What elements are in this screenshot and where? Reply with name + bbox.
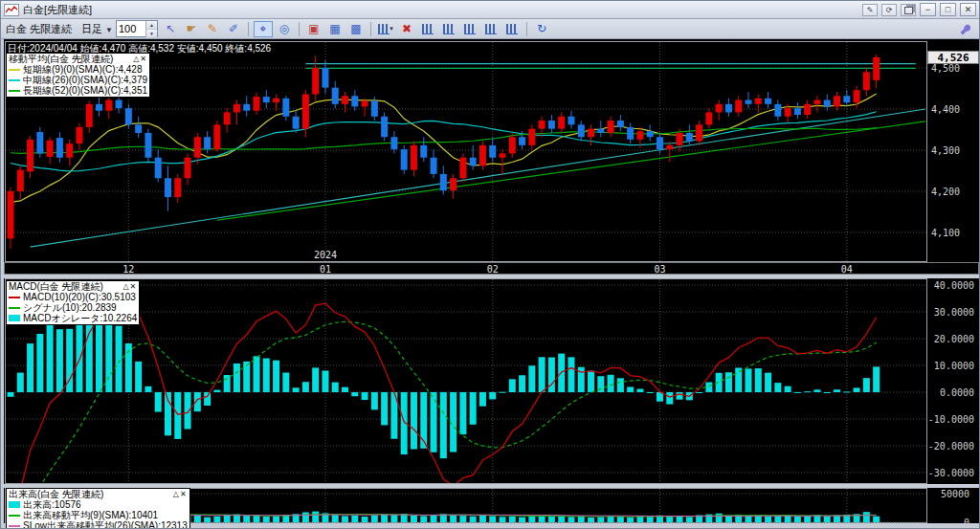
volume-legend: 出来高(白金 先限連続) △✕ 出来高:10576出来高移動平均(9)(SMA)… [6,488,190,529]
indicator-bars-3-icon [464,24,476,34]
legend-collapse-close-buttons[interactable]: △✕ [133,54,147,64]
toolbar: 白金 先限連続 日足 ▼ ▲ ▼ ↖☛✎✐⌖◎▣▦▩▾✖↻ [1,19,979,39]
tool-hand-pan[interactable]: ☛ [182,21,201,37]
svg-text:01: 01 [320,264,331,275]
legend-row: 出来高移動平均(9)(SMA):10401 [9,510,188,520]
svg-text:4,400: 4,400 [931,104,960,115]
tool-grid-settings[interactable]: ▩ [346,21,366,37]
legend-text: MACDオシレータ:10.2264 [23,313,137,323]
legend-text: SLow出来高移動平均(26)(SMA):12313 [23,520,188,529]
legend-swatch [9,525,20,527]
window-chart-icon [4,4,19,16]
legend-text: 出来高:10576 [23,499,81,510]
tool-select-cursor[interactable]: ↖ [161,21,180,37]
tool-marker-draw[interactable]: ✐ [224,21,243,37]
close-button[interactable]: ✕ [960,3,976,16]
legend-row: 短期線(9)(0)(SMA)(C):4,428 [9,64,147,75]
legend-swatch [9,307,20,309]
svg-text:-30.0000: -30.0000 [928,468,974,478]
tool-remove-indicator[interactable]: ✖ [397,21,416,37]
legend-swatch [9,69,20,71]
legend-swatch [9,515,20,517]
tool-new-chart-window[interactable]: ▣ [304,21,323,37]
tool-chart-type[interactable]: ▾ [376,21,395,37]
tool-indicator-bars-5[interactable] [502,21,522,37]
tool-indicator-bars-1[interactable] [418,21,437,37]
tool-indicator-bars-3[interactable] [460,21,479,37]
legend-text: MACD(10)(20)(C):30.5103 [23,292,136,302]
legend-row: 出来高:10576 [9,499,188,510]
chevron-down-icon: ▼ [105,26,113,34]
svg-text:50000: 50000 [941,489,969,499]
legend-swatch [9,501,20,508]
spin-up-icon[interactable]: ▲ [146,21,157,30]
chart-application-window: 4,5004,4004,3004,2004,100120102030420244… [0,0,980,529]
svg-text:12: 12 [122,264,134,275]
svg-text:0.0000: 0.0000 [940,387,974,398]
refresh-layout-icon[interactable]: ⟳ [881,4,897,16]
macd-legend-title: MACD(白金 先限連続) [9,281,117,292]
macd-legend: MACD(白金 先限連続) △✕ MACD(10)(20)(C):30.5103… [6,280,140,325]
indicator-bars-4-icon [485,24,497,34]
indicator-bars-1-icon [422,24,434,34]
legend-text: シグナル(10):20.2839 [23,302,117,313]
tool-crosshair-select[interactable]: ⌖ [254,21,273,37]
series-type-label: 先限連続 [30,22,72,36]
spin-down-icon[interactable]: ▼ [146,30,157,37]
legend-text: 短期線(9)(0)(SMA)(C):4,428 [23,64,142,75]
legend-text: 中期線(26)(0)(SMA)(C):4,379 [23,75,147,85]
svg-text:04: 04 [841,264,853,275]
svg-text:03: 03 [654,264,665,275]
tool-indicator-bars-4[interactable] [481,21,501,37]
indicator-bars-5-icon [506,24,518,34]
tool-zoom-compass[interactable]: ◎ [275,21,294,37]
legend-collapse-close-buttons[interactable]: △✕ [173,489,188,499]
svg-text:20.0000: 20.0000 [934,334,974,344]
svg-text:02: 02 [487,264,499,275]
last-price-marker: 4,526 [927,51,979,64]
svg-text:4,300: 4,300 [931,145,960,156]
timeframe-select[interactable]: 日足 ▼ [81,22,113,36]
tool-refresh[interactable]: ↻ [532,21,551,37]
tool-data-table[interactable]: ▦ [325,21,345,37]
legend-row: 長期線(52)(0)(SMA)(C):4,351 [9,85,147,96]
legend-row: 中期線(26)(0)(SMA)(C):4,379 [9,75,147,85]
ma-legend-title: 移動平均(白金 先限連続) [9,54,127,64]
svg-text:-20.0000: -20.0000 [928,441,974,452]
bar-count-input[interactable] [117,23,145,34]
wrench-settings-icon[interactable] [958,23,970,35]
tool-indicator-bars-2[interactable] [439,21,458,37]
legend-row: シグナル(10):20.2839 [9,302,137,313]
legend-row: SLow出来高移動平均(26)(SMA):12313 [9,520,188,529]
volume-legend-title: 出来高(白金 先限連続) [9,489,167,499]
cascade-windows-icon[interactable] [901,4,916,16]
svg-text:4,100: 4,100 [931,228,960,238]
legend-text: 出来高移動平均(9)(SMA):10401 [23,510,158,520]
svg-text:30.0000: 30.0000 [934,307,974,318]
maximize-button[interactable]: □ [940,3,956,16]
svg-text:-10.0000: -10.0000 [928,414,974,425]
legend-swatch [9,79,20,81]
tool-pencil-draw[interactable]: ✎ [203,21,222,37]
svg-text:4,200: 4,200 [931,187,960,197]
legend-swatch [9,315,20,321]
legend-swatch [9,90,20,92]
svg-text:2024: 2024 [314,250,337,260]
minimize-button[interactable]: − [920,3,936,16]
legend-swatch [9,297,20,298]
bar-count-stepper: ▲ ▼ [116,20,158,37]
annotate-icon[interactable]: ✎ [862,4,878,16]
window-title: 白金[先限連続] [23,3,92,17]
chart-type-icon [378,24,390,34]
indicator-bars-2-icon [443,24,455,34]
legend-text: 長期線(52)(0)(SMA)(C):4,351 [23,85,147,96]
ma-legend: 移動平均(白金 先限連続) △✕ 短期線(9)(0)(SMA)(C):4,428… [6,53,150,98]
legend-collapse-close-buttons[interactable]: △✕ [122,281,137,292]
legend-row: MACDオシレータ:10.2264 [9,313,137,323]
legend-row: MACD(10)(20)(C):30.5103 [9,292,137,302]
titlebar: 白金[先限連続] ✎ ⟳ − □ ✕ [1,1,979,19]
svg-text:40.0000: 40.0000 [934,280,974,291]
svg-text:10.0000: 10.0000 [934,361,974,371]
svg-text:0: 0 [964,518,969,528]
symbol-label: 白金 [6,22,27,36]
